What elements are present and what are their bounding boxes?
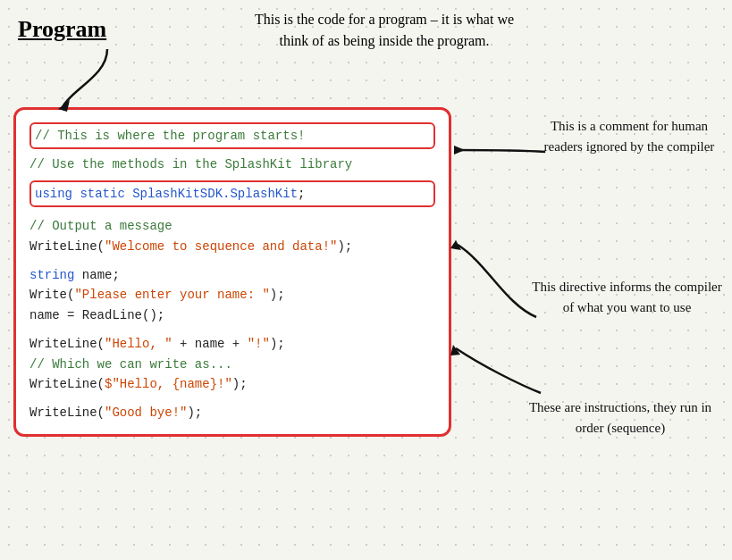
class-splashkit: SplashKitSDK.SplashKit — [132, 187, 298, 201]
code-line-11: WriteLine("Hello, " + name + "!"); — [29, 334, 435, 354]
code-line-9: name = ReadLine(); — [29, 305, 435, 325]
code-line-7: string name; — [29, 265, 435, 285]
code-line-8: Write("Please enter your name: "); — [29, 285, 435, 305]
code-line-3: using static SplashKitSDK.SplashKit; — [29, 180, 435, 207]
code-line-12: // Which we can write as... — [29, 355, 435, 374]
code-line-4: // Output a message — [29, 216, 435, 236]
svg-marker-1 — [454, 146, 465, 155]
code-line-1: // This is where the program starts! — [29, 122, 435, 149]
description-text: This is the code for a program – it is w… — [250, 9, 518, 52]
code-line-5: WriteLine("Welcome to sequence and data!… — [29, 237, 435, 256]
code-container: // This is where the program starts! // … — [13, 107, 451, 437]
keyword-using: using static — [35, 187, 132, 201]
code-line-15: WriteLine("Good bye!"); — [29, 403, 435, 422]
page-title: Program — [18, 16, 106, 43]
annotation-instructions: These are instructions, they run in orde… — [526, 397, 714, 438]
annotation-directive: This directive informs the compiler of w… — [531, 277, 723, 317]
annotation-comment: This is a comment for human readers igno… — [540, 116, 719, 156]
code-line-2: // Use the methods in the SplashKit libr… — [29, 155, 435, 174]
svg-marker-3 — [450, 345, 460, 355]
svg-marker-2 — [450, 240, 461, 250]
code-line-13: WriteLine($"Hello, {name}!"); — [29, 374, 435, 394]
